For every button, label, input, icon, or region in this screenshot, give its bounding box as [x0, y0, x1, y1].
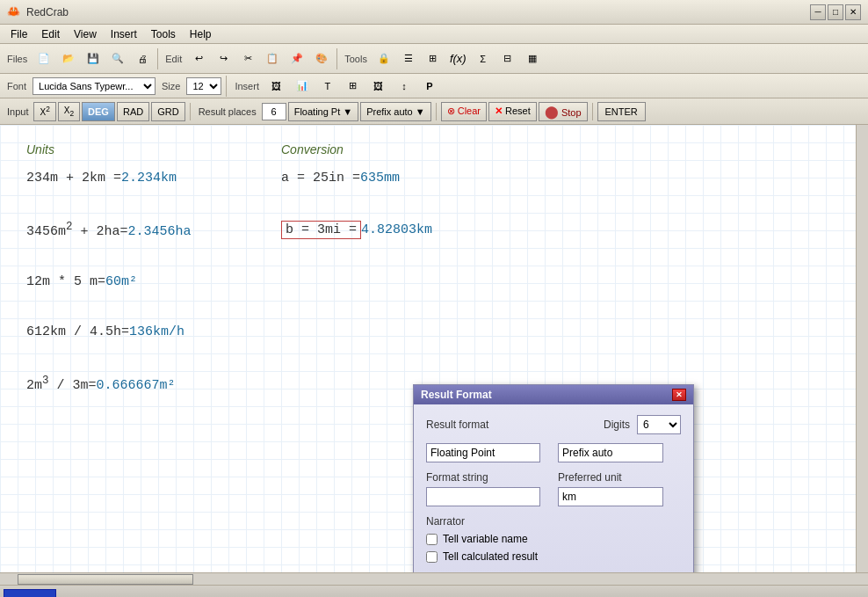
deg-button[interactable]: DEG — [82, 102, 115, 121]
prefix-auto-dropdown[interactable]: Prefix auto ▼ — [360, 102, 430, 121]
subscript-button[interactable]: X2 — [58, 102, 80, 121]
toolbar-1: Files 📄 📂 💾 🔍 🖨 Edit ↩ ↪ ✂ 📋 📌 🎨 Tools 🔒… — [0, 44, 868, 74]
enter-button[interactable]: ENTER — [597, 102, 646, 121]
close-button[interactable]: ✕ — [845, 4, 861, 20]
tell-variable-row: Tell variable name — [426, 533, 681, 545]
tools-label: Tools — [341, 54, 371, 64]
insert-chart-button[interactable]: 📊 — [291, 75, 314, 98]
insert-pi-button[interactable]: P — [418, 75, 441, 98]
format-button[interactable]: 🎨 — [310, 47, 333, 70]
reset-button[interactable]: ✕ Reset — [488, 102, 537, 121]
new-button[interactable]: 📄 — [33, 47, 55, 70]
modal-titlebar: Result Format ✕ — [414, 385, 693, 404]
prefix-auto-arrow: ▼ — [416, 106, 425, 117]
table-row: 234m + 2km =2.234km a = 25in =635mm — [26, 171, 829, 203]
status-bar — [0, 585, 868, 597]
modal-format-row: Result format Digits 6 — [426, 415, 681, 434]
open-button[interactable]: 📂 — [57, 47, 80, 70]
minimize-button[interactable]: ─ — [810, 4, 826, 20]
floating-pt-label: Floating Pt — [294, 106, 341, 117]
canvas-area: Units Conversion 234m + 2km =2.234km a =… — [0, 125, 856, 572]
insert-arrow-button[interactable]: ↕ — [393, 75, 416, 98]
prefix-auto-group — [558, 443, 681, 462]
window-controls: ─ □ ✕ — [810, 4, 861, 20]
redo-button[interactable]: ↪ — [212, 47, 235, 70]
files-label: Files — [4, 54, 31, 64]
modal-string-unit-row: Format string Preferred unit — [426, 471, 681, 506]
print-button[interactable]: 🖨 — [131, 47, 154, 70]
math-row-2-left: 3456m2 + 2ha=2.3456ha — [26, 221, 281, 239]
format-string-group: Format string — [426, 471, 549, 506]
tell-calculated-checkbox[interactable] — [426, 551, 438, 563]
save-button[interactable]: 💾 — [82, 47, 105, 70]
menu-insert[interactable]: Insert — [104, 26, 144, 42]
sigma-button[interactable]: Σ — [472, 47, 495, 70]
floating-point-group — [426, 443, 549, 462]
stop-button[interactable]: ⬤ Stop — [539, 102, 588, 121]
menu-view[interactable]: View — [67, 26, 104, 42]
prefix-auto-input[interactable] — [558, 443, 663, 462]
paste-button[interactable]: 📌 — [286, 47, 308, 70]
app-icon: 🦀 — [7, 5, 21, 19]
format-string-label: Format string — [426, 471, 549, 484]
grid-button[interactable]: ▦ — [521, 47, 544, 70]
scroll-thumb[interactable] — [18, 574, 193, 585]
tell-variable-checkbox[interactable] — [426, 534, 438, 545]
math-row-5-left: 2m3 / 3m=0.666667m² — [26, 375, 281, 393]
rad-button[interactable]: RAD — [117, 102, 149, 121]
digits-label: Digits — [604, 419, 630, 431]
result-places-input[interactable] — [262, 103, 286, 120]
font-size-select[interactable]: 12 — [186, 77, 221, 95]
print-preview-button[interactable]: 🔍 — [106, 47, 129, 70]
clear-button[interactable]: ⊗ Clear — [441, 102, 487, 121]
insert-text-button[interactable]: T — [316, 75, 339, 98]
sep2 — [336, 48, 337, 69]
undo-button[interactable]: ↩ — [187, 47, 210, 70]
table-button[interactable]: ⊟ — [496, 47, 519, 70]
grd-button[interactable]: GRD — [151, 102, 184, 121]
insert-img2-button[interactable]: 🖼 — [367, 75, 390, 98]
prefix-auto-label: Prefix auto — [366, 106, 413, 117]
math-row-4-left: 612km / 4.5h=136km/h — [26, 324, 281, 339]
menu-tools[interactable]: Tools — [144, 26, 183, 42]
tell-calculated-row: Tell calculated result — [426, 550, 681, 563]
scrollbar-right[interactable] — [856, 125, 868, 572]
preferred-unit-input[interactable] — [558, 487, 663, 506]
sep3 — [226, 76, 227, 97]
title-bar: 🦀 RedCrab ─ □ ✕ — [0, 0, 868, 25]
highlighted-expression: b = 3mi = — [281, 221, 361, 239]
maximize-button[interactable]: □ — [828, 4, 843, 20]
size-label: Size — [158, 81, 184, 91]
edit-label: Edit — [162, 54, 185, 64]
floating-point-input[interactable] — [426, 443, 540, 462]
font-name-select[interactable]: Lucida Sans Typewr... — [33, 77, 156, 95]
menu-file[interactable]: File — [4, 26, 34, 42]
insert-image-button[interactable]: 🖼 — [265, 75, 288, 98]
function-button[interactable]: ⊞ — [422, 47, 445, 70]
lock-button[interactable]: 🔒 — [373, 47, 395, 70]
sep4 — [190, 103, 191, 120]
fx-button[interactable]: f(x) — [446, 47, 470, 70]
app-title: RedCrab — [26, 6, 810, 18]
main-content: Units Conversion 234m + 2km =2.234km a =… — [0, 125, 868, 572]
copy-button[interactable]: 📋 — [261, 47, 284, 70]
math-row-3-left: 12m * 5 m=60m² — [26, 274, 281, 289]
menu-edit[interactable]: Edit — [34, 26, 67, 42]
floating-pt-dropdown[interactable]: Floating Pt ▼ — [288, 102, 358, 121]
modal-close-button[interactable]: ✕ — [672, 389, 686, 401]
conversion-header: Conversion — [281, 142, 344, 157]
font-label: Font — [4, 81, 30, 91]
math-row-1-right: a = 25in =635mm — [281, 171, 400, 186]
insert-table-button[interactable]: ⊞ — [342, 75, 365, 98]
cut-button[interactable]: ✂ — [236, 47, 259, 70]
list-button[interactable]: ☰ — [397, 47, 420, 70]
math-row-1-left: 234m + 2km =2.234km — [26, 171, 281, 186]
menu-help[interactable]: Help — [183, 26, 219, 42]
bottom-scrollbar[interactable] — [0, 572, 868, 585]
digits-select[interactable]: 6 — [637, 415, 681, 434]
status-indicator — [4, 589, 56, 598]
tell-calculated-label: Tell calculated result — [443, 550, 538, 563]
superscript-button[interactable]: X2 — [33, 102, 55, 121]
format-string-input[interactable] — [426, 487, 540, 506]
preferred-unit-label: Preferred unit — [558, 471, 681, 484]
